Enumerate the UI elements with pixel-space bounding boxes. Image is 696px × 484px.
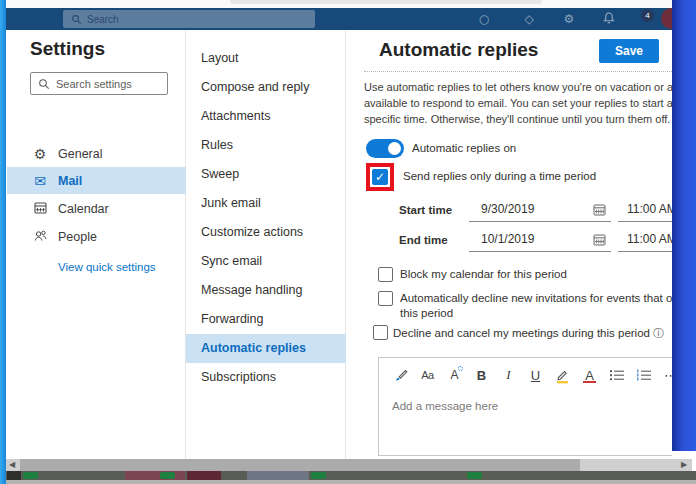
start-time-label: Start time <box>399 204 452 216</box>
auto-decline-label-line1: Automatically decline new invitations fo… <box>400 292 672 304</box>
start-time-field[interactable]: 11:00 AM <box>618 198 672 222</box>
block-calendar-checkbox[interactable] <box>378 267 393 282</box>
calendar-picker-icon[interactable] <box>593 202 606 220</box>
start-date-value: 9/30/2019 <box>481 202 534 216</box>
mail-nav-item-subscriptions[interactable]: Subscriptions <box>186 363 346 392</box>
settings-search-placeholder: Search settings <box>56 78 132 90</box>
sidebar-item-label: General <box>58 147 102 161</box>
block-calendar-label: Block my calendar for this period <box>400 268 567 280</box>
start-date-field[interactable]: 9/30/2019 <box>469 198 611 222</box>
decline-cancel-label: Decline and cancel my meetings during th… <box>393 326 664 341</box>
message-placeholder: Add a message here <box>392 400 498 412</box>
mail-nav-item-rules[interactable]: Rules <box>186 131 346 160</box>
automatic-replies-toggle[interactable] <box>366 139 404 158</box>
settings-search-input[interactable]: Search settings <box>30 72 168 95</box>
mail-nav-item-layout[interactable]: Layout <box>186 44 346 73</box>
sidebar-item-people[interactable]: People <box>7 223 186 250</box>
end-time-value: 11:00 AM <box>627 232 672 246</box>
start-time-value: 11:00 AM <box>627 202 672 216</box>
font-color-icon[interactable]: A <box>576 365 603 385</box>
ad-badge <box>23 472 38 479</box>
time-period-checkbox-label: Send replies only during a time period <box>403 170 596 182</box>
info-icon[interactable]: ⓘ <box>653 327 664 340</box>
mail-nav-item-junk-email[interactable]: Junk email <box>186 189 346 218</box>
format-painter-icon[interactable] <box>387 365 414 385</box>
gear-icon: ⚙ <box>32 146 48 162</box>
mail-icon: ✉ <box>32 173 48 189</box>
header-search-input[interactable]: Search <box>63 10 315 28</box>
mail-nav-item-sweep[interactable]: Sweep <box>186 160 346 189</box>
font-size-icon[interactable]: A <box>441 365 468 385</box>
browser-top-strip <box>0 0 696 8</box>
settings-title: Settings <box>30 38 105 60</box>
left-frame-strip <box>0 0 6 484</box>
end-date-value: 10/1/2019 <box>481 232 534 246</box>
end-time-label: End time <box>399 234 448 246</box>
mail-nav-item-automatic-replies[interactable]: Automatic replies <box>186 334 346 363</box>
title-separator <box>364 71 672 72</box>
underline-icon[interactable]: U <box>522 365 549 385</box>
gear-icon[interactable]: ⚙ <box>561 11 577 27</box>
right-frame-strip <box>672 0 696 451</box>
mail-nav-item-forwarding[interactable]: Forwarding <box>186 305 346 334</box>
numbered-list-icon[interactable] <box>630 365 657 385</box>
bold-icon[interactable]: B <box>468 365 495 385</box>
view-quick-settings-link[interactable]: View quick settings <box>58 261 156 273</box>
scrollbar-thumb[interactable] <box>20 459 580 471</box>
dimmed-page-strip: by Taboola <box>5 471 696 484</box>
italic-icon[interactable]: I <box>495 365 522 385</box>
toggle-label: Automatic replies on <box>412 142 516 154</box>
sidebar-item-label: Mail <box>58 174 82 188</box>
settings-sidebar: Settings Search settings ⚙ General ✉ Mai… <box>6 30 186 459</box>
ad-badge <box>311 472 326 479</box>
bell-icon[interactable] <box>601 11 617 27</box>
description-line: Use automatic replies to let others know… <box>364 79 672 95</box>
mail-nav-item-customize-actions[interactable]: Customize actions <box>186 218 346 247</box>
automatic-replies-panel: Automatic replies Save Use automatic rep… <box>346 30 672 459</box>
highlighter-icon[interactable] <box>549 365 576 385</box>
screen: Search ○ ◇ ⚙ 4 Settings Search settings <box>0 0 696 484</box>
decline-cancel-checkbox[interactable] <box>373 325 388 340</box>
save-button[interactable]: Save <box>599 39 659 63</box>
sidebar-item-calendar[interactable]: Calendar <box>7 195 186 222</box>
notification-badge: 4 <box>641 9 654 22</box>
ad-badge <box>160 472 175 479</box>
description-line: available to respond to email. You can s… <box>364 95 672 111</box>
sidebar-item-label: People <box>58 230 97 244</box>
auto-decline-checkbox[interactable] <box>378 291 393 306</box>
mail-nav-item-compose-and-reply[interactable]: Compose and reply <box>186 73 346 102</box>
reply-message-editor[interactable]: Aa A B I U A <box>378 357 672 456</box>
scroll-right-arrow[interactable]: ▶ <box>678 459 690 471</box>
auto-decline-label-line2: this period <box>400 307 453 319</box>
mail-nav-item-sync-email[interactable]: Sync email <box>186 247 346 276</box>
toggle-knob <box>388 142 401 155</box>
page-title: Automatic replies <box>379 39 538 61</box>
sidebar-item-general[interactable]: ⚙ General <box>7 140 186 167</box>
scroll-left-arrow[interactable]: ◀ <box>6 459 18 471</box>
font-icon[interactable]: Aa <box>414 365 441 385</box>
premium-diamond-icon[interactable]: ◇ <box>521 11 537 27</box>
mail-nav-item-message-handling[interactable]: Message handling <box>186 276 346 305</box>
sidebar-item-label: Calendar <box>58 202 109 216</box>
search-icon <box>38 78 50 90</box>
bullet-list-icon[interactable] <box>603 365 630 385</box>
search-icon <box>71 14 82 25</box>
header-search-placeholder: Search <box>87 14 119 25</box>
automatic-replies-toggle-row: Automatic replies on <box>366 138 516 158</box>
end-time-field[interactable]: 11:00 AM <box>618 228 672 252</box>
end-date-field[interactable]: 10/1/2019 <box>469 228 611 252</box>
time-period-checkbox[interactable]: ✓ <box>372 169 388 185</box>
outlook-header: Search ○ ◇ ⚙ 4 <box>5 8 696 30</box>
people-icon <box>32 229 48 245</box>
settings-modal: Settings Search settings ⚙ General ✉ Mai… <box>5 30 672 459</box>
sidebar-item-mail[interactable]: ✉ Mail <box>7 167 186 194</box>
mail-settings-nav: Layout Compose and reply Attachments Rul… <box>186 30 346 459</box>
description-line: specific time. Otherwise, they'll contin… <box>364 111 672 127</box>
status-circle-icon[interactable]: ○ <box>476 11 492 27</box>
ad-badge <box>467 472 482 479</box>
mail-nav-item-attachments[interactable]: Attachments <box>186 102 346 131</box>
calendar-picker-icon[interactable] <box>593 232 606 250</box>
more-options-icon[interactable]: ⋯ <box>657 365 672 385</box>
horizontal-scrollbar[interactable]: ◀ ▶ <box>5 459 692 471</box>
calendar-icon <box>32 201 48 217</box>
